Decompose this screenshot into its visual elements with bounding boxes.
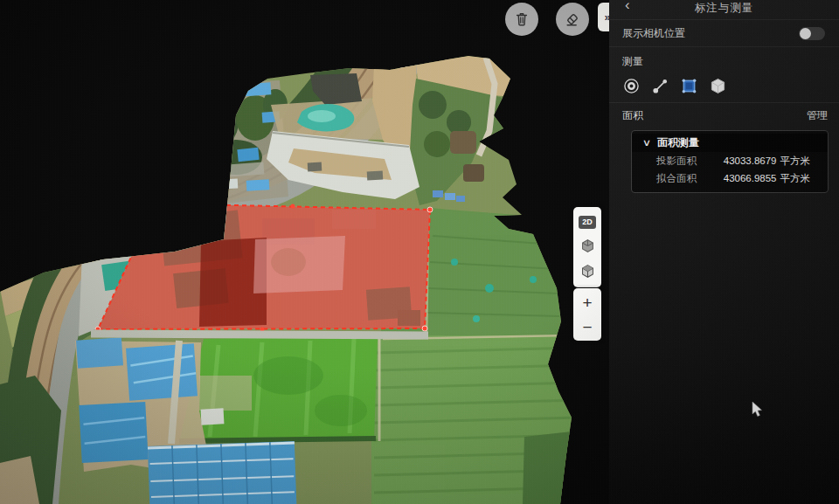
area-card-title: 面积测量 (657, 135, 699, 150)
panel-header: ‹ 标注与测量 (609, 0, 839, 20)
area-measure-tool-selected[interactable] (680, 77, 697, 94)
volume-measure-tool[interactable] (709, 77, 726, 94)
delete-annotation-button[interactable] (505, 3, 538, 36)
measure-label: 测量 (609, 54, 839, 69)
point-tool-icon (623, 78, 640, 94)
measure-tools (609, 77, 839, 94)
fitted-area-row: 拟合面积 43066.9855平方米 (632, 169, 828, 187)
orbit-cube-icon (580, 264, 595, 279)
line-measure-tool[interactable] (651, 77, 669, 94)
area-label: 面积 (622, 108, 643, 123)
trash-icon (513, 10, 530, 28)
line-tool-icon (652, 78, 669, 94)
panel-title: 标注与测量 (695, 1, 754, 16)
orbit-view-button[interactable] (580, 264, 595, 279)
app-window: » 2D + − ‹ 标注与测量 展示相机位置 (0, 0, 839, 504)
fitted-area-label: 拟合面积 (656, 172, 697, 185)
camera-position-label: 展示相机位置 (622, 26, 685, 41)
erase-annotation-button[interactable] (556, 3, 589, 36)
measure-section: 测量 (609, 47, 839, 103)
blue-warehouses (148, 441, 296, 504)
chevron-down-icon: ∨ (642, 137, 651, 148)
orthomosaic-scene (0, 0, 612, 504)
service-road (91, 334, 428, 335)
area-measurement-card: ∨ 面积测量 投影面积 43033.8679平方米 拟合面积 43066.985… (631, 130, 829, 193)
eraser-icon (564, 10, 581, 28)
zoom-in-button[interactable]: + (582, 294, 592, 311)
zoom-out-button[interactable]: − (582, 319, 592, 335)
volume-tool-icon (710, 78, 726, 94)
polygon-tool-icon (681, 78, 697, 94)
fitted-area-value: 43066.9855平方米 (724, 172, 810, 185)
area-card-header[interactable]: ∨ 面积测量 (632, 134, 828, 152)
projected-area-value: 43033.8679平方米 (724, 155, 810, 168)
projected-area-label: 投影面积 (656, 155, 697, 168)
area-section-header: 面积 管理 (609, 103, 839, 128)
view-mode-controls: 2D (573, 207, 601, 287)
toggle-knob (800, 28, 811, 39)
point-measure-tool[interactable] (622, 77, 640, 94)
annotation-measure-panel: ‹ 标注与测量 展示相机位置 测量 (609, 0, 839, 504)
projected-area-row: 投影面积 43033.8679平方米 (632, 152, 828, 169)
view-2d-button[interactable]: 2D (579, 216, 596, 229)
manage-button[interactable]: 管理 (807, 108, 828, 123)
back-button[interactable]: ‹ (625, 0, 630, 14)
zoom-controls: + − (573, 288, 601, 341)
camera-position-row: 展示相机位置 (609, 20, 839, 47)
camera-position-toggle[interactable] (799, 27, 825, 40)
model-view-button[interactable] (580, 238, 595, 253)
map-3d-viewport[interactable] (0, 0, 612, 504)
fields-south (371, 335, 577, 504)
model-cube-icon (580, 238, 595, 253)
